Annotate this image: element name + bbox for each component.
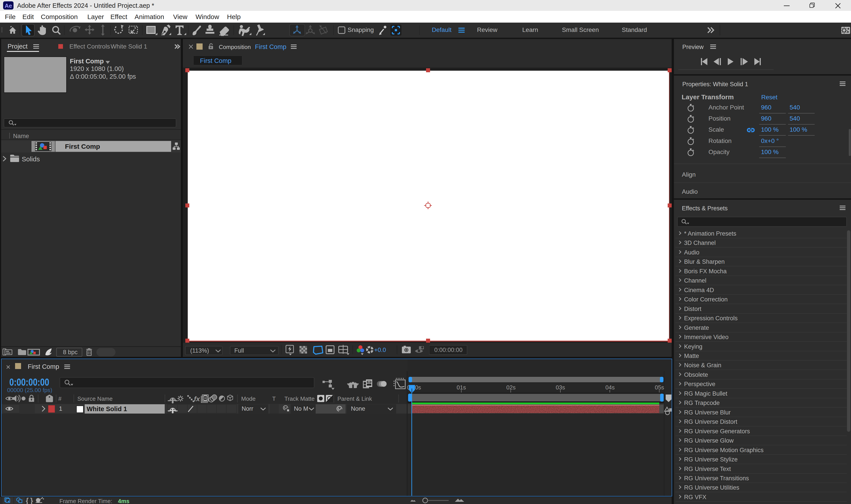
svg-text:fx: fx <box>194 395 200 402</box>
svg-text:{ }: { } <box>26 497 33 504</box>
